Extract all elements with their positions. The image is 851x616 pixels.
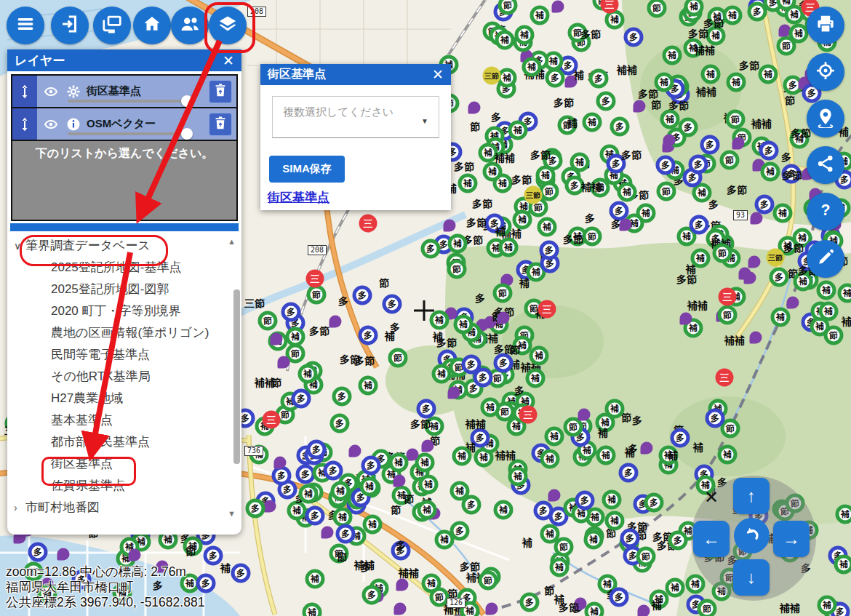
- active-layer-list: 街区基準点OSMベクター: [11, 74, 238, 141]
- reorder-handle-icon[interactable]: [12, 108, 37, 140]
- gear-icon[interactable]: [65, 83, 82, 100]
- layer-list-item-label: 2025登記所地図-基準点: [51, 260, 181, 274]
- popup-close-icon[interactable]: ✕: [432, 68, 444, 81]
- status-readout: zoom=12.86 中心の標高: 2.76m 福岡県大牟田市橋口町 公共座標2…: [6, 564, 204, 610]
- users-button[interactable]: [171, 7, 209, 44]
- chevron-right-icon: ›: [14, 497, 25, 519]
- layer-list-item[interactable]: 都市部官民基準点: [7, 431, 241, 453]
- layer-list-item-label: 2020 町丁・字等別境界: [51, 304, 181, 318]
- screens-icon: [101, 13, 123, 38]
- chevron-down-icon: ∨: [14, 235, 25, 257]
- people-icon: [179, 13, 201, 38]
- layer-list-item-label: 2025登記所地図-図郭: [51, 282, 169, 296]
- opacity-slider[interactable]: [68, 132, 190, 135]
- layer-label: 街区基準点: [87, 84, 141, 98]
- share-icon: [815, 153, 836, 177]
- popup-header: 街区基準点 ✕: [260, 64, 451, 85]
- layer-list-item-label: 都市部官民基準点: [51, 435, 150, 449]
- login-icon: [59, 13, 81, 38]
- pan-close-icon[interactable]: ✕: [704, 487, 719, 508]
- print-button[interactable]: [807, 7, 844, 44]
- multi-select-placeholder: 複数選択してください: [283, 105, 393, 119]
- layer-list-item[interactable]: 2020 町丁・字等別境界: [7, 300, 241, 322]
- layers-panel-close-icon[interactable]: ✕: [223, 54, 234, 68]
- scroll-up-icon[interactable]: ▲: [228, 237, 236, 246]
- layer-list-item-label: H27農業地域: [51, 391, 123, 405]
- status-address: 福岡県大牟田市橋口町: [6, 580, 204, 595]
- layer-list-item[interactable]: ›市町村地番図: [7, 497, 241, 519]
- layers-panel-header: レイヤー ✕: [7, 49, 241, 71]
- layers-panel-title: レイヤー: [15, 52, 65, 69]
- draw-button[interactable]: [807, 240, 844, 278]
- menu-button[interactable]: [7, 7, 44, 44]
- trash-icon: [212, 115, 228, 134]
- screens-button[interactable]: [93, 7, 131, 44]
- tree-scrollbar[interactable]: [233, 289, 240, 464]
- layer-list-item-label: 民間等電子基準点: [51, 348, 150, 361]
- info-icon[interactable]: [65, 116, 82, 133]
- panel-divider-bar: [10, 223, 239, 231]
- layer-list-item-label: その他RTK基準局: [51, 369, 151, 383]
- help-button[interactable]: ?: [807, 193, 844, 231]
- visibility-eye-icon[interactable]: [42, 116, 60, 133]
- layer-list-item-label: 市町村地番図: [25, 500, 100, 514]
- reorder-handle-icon[interactable]: [12, 76, 37, 107]
- layer-list-item[interactable]: その他RTK基準局: [7, 366, 241, 388]
- gaiku-kijunten-link[interactable]: 街区基準点: [268, 189, 329, 206]
- help-icon: ?: [815, 199, 836, 224]
- chevron-down-icon: ▼: [421, 117, 428, 125]
- layer-list-item[interactable]: 2025登記所地図-基準点: [7, 257, 241, 279]
- layer-instruction-text: 下のリストから選んでください。: [11, 141, 238, 221]
- pan-up-button[interactable]: ↑: [733, 478, 770, 514]
- opacity-slider-thumb[interactable]: [181, 128, 193, 140]
- layer-list-item[interactable]: 2025登記所地図-図郭: [7, 279, 241, 300]
- layer-list-item[interactable]: 民間等電子基準点: [7, 344, 241, 366]
- pencil-icon: [815, 247, 836, 271]
- home-button[interactable]: [133, 7, 171, 44]
- opacity-slider[interactable]: [68, 100, 190, 103]
- popup-title: 街区基準点: [268, 67, 326, 82]
- share-button[interactable]: [807, 146, 844, 184]
- pan-down-button[interactable]: ↓: [733, 559, 770, 596]
- visibility-eye-icon[interactable]: [42, 83, 60, 100]
- place-marker-button[interactable]: [807, 100, 844, 137]
- menu-icon: [15, 13, 36, 38]
- layers-icon: [217, 13, 239, 38]
- login-button[interactable]: [51, 7, 89, 44]
- svg-text:?: ?: [821, 201, 831, 219]
- layer-tree: ∨筆界調査データベース2025登記所地図-基準点2025登記所地図-図郭2020…: [7, 231, 241, 473]
- pan-left-button[interactable]: ←: [693, 521, 730, 557]
- layer-list-item[interactable]: 基本基準点: [7, 409, 241, 431]
- layer-list-item[interactable]: 農地の区画情報(筆ポリゴン): [7, 322, 241, 344]
- layers-panel: レイヤー ✕ 街区基準点OSMベクター 下のリストから選んでください。 ∨筆界調…: [7, 49, 241, 535]
- layer-list-item-label: 基本基準点: [51, 413, 113, 427]
- undo-icon: [741, 524, 763, 548]
- undo-view-button[interactable]: [734, 518, 770, 553]
- pin-icon: [815, 106, 836, 131]
- layer-label: OSMベクター: [87, 117, 156, 131]
- print-icon: [815, 13, 836, 38]
- multi-select-input[interactable]: 複数選択してください ▼: [272, 96, 439, 138]
- map-viewport[interactable]: 補多補補補補多多節補補補多多節多補補多節多多節節多節多補補多補節多補補多多多補多…: [0, 0, 851, 616]
- layer-list-item[interactable]: 佐賀県基準点: [7, 475, 241, 497]
- layer-list-item-label: 佐賀県基準点: [51, 479, 125, 492]
- pan-right-button[interactable]: →: [773, 521, 810, 557]
- remove-layer-button[interactable]: [209, 80, 232, 103]
- layer-row: OSMベクター: [12, 108, 236, 140]
- trash-icon: [212, 82, 228, 101]
- pan-control: ✕ ↑ ← → ↓: [691, 476, 816, 601]
- locate-button[interactable]: [807, 53, 844, 91]
- layer-list-item-label: 筆界調査データベース: [25, 239, 151, 252]
- layers-button[interactable]: [209, 7, 247, 44]
- locate-icon: [815, 60, 836, 84]
- layer-row: 街区基準点: [12, 76, 236, 108]
- remove-layer-button[interactable]: [209, 113, 232, 136]
- opacity-slider-thumb[interactable]: [181, 95, 193, 107]
- layer-list-item[interactable]: H27農業地域: [7, 388, 241, 409]
- status-coordinates: 公共座標2系 3967.940, -51682.881: [6, 595, 204, 610]
- layer-list-item[interactable]: 街区基準点: [7, 453, 241, 475]
- sima-save-button[interactable]: SIMA保存: [269, 156, 345, 183]
- selection-popup: 街区基準点 ✕ 複数選択してください ▼ SIMA保存 街区基準点: [260, 64, 451, 210]
- layer-list-item[interactable]: ∨筆界調査データベース: [7, 235, 241, 257]
- scroll-down-icon[interactable]: ▼: [228, 509, 236, 518]
